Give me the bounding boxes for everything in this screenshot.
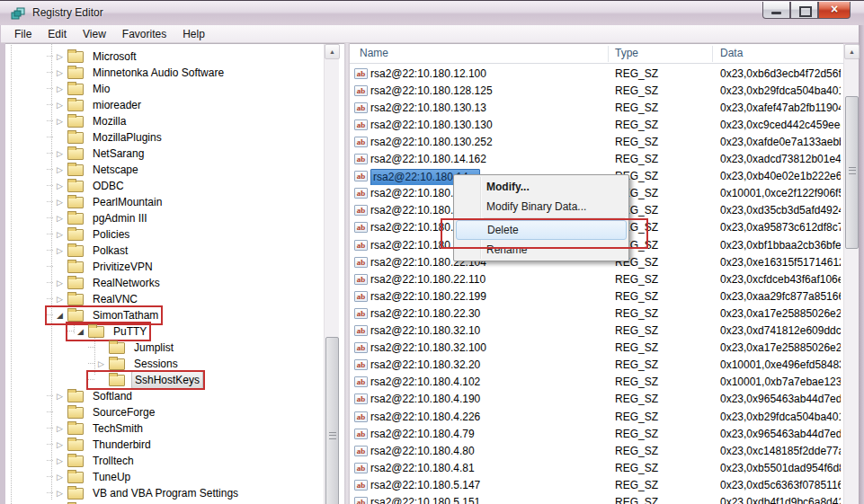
string-value-icon: ab [354,85,368,96]
menubar-item-file[interactable]: File [8,26,38,42]
tree-item-vb-and-vba-program-settings[interactable]: ▷VB and VBA Program Settings [47,482,241,499]
tree-item-netscape[interactable]: ▷Netscape [47,159,141,175]
registry-value-row-rsa2-22-10-180-4-226-20[interactable]: abrsa2@22:10.180.4.226REG_SZ0x23,0xb29fd… [350,409,843,426]
string-value-icon: ab [354,257,368,268]
value-name: rsa2@22:10.180.5.151 [370,494,480,504]
folder-icon [67,278,84,289]
value-name: rsa2@22:10.180.22.30 [370,305,480,323]
column-separator[interactable] [712,46,713,62]
value-name: rsa2@22:10.180.16 [370,202,466,219]
value-data: 0x23,0xa17e25885026e23c [720,305,841,323]
column-separator[interactable] [608,46,609,62]
folder-icon [67,310,84,322]
registry-value-row-rsa2-22-10-180-4-190-19[interactable]: abrsa2@22:10.180.4.190REG_SZ0x23,0x96546… [350,391,843,408]
collapse-toggle-icon[interactable]: ◢ [54,307,66,323]
tree-scrollbar[interactable]: ▲ [324,44,339,504]
value-type: REG_SZ [615,374,658,391]
value-data: 0x23,0x965463ab44d7edb [720,426,841,443]
tree-item-privitizevpn[interactable]: PrivitizeVPN [47,256,156,272]
window-right-frame [859,25,864,504]
tree-item-mioreader[interactable]: ▷mioreader [47,94,144,111]
tree-item-trolltech[interactable]: ▷Trolltech [47,450,137,466]
tree-item-mio[interactable]: ▷Mio [47,78,112,94]
registry-value-row-rsa2-22-10-180-4-81-23[interactable]: abrsa2@22:10.180.4.81REG_SZ0x23,0xb5501d… [350,460,843,477]
tree-item-tuneup[interactable]: ▷TuneUp [47,466,133,482]
minimize-button[interactable] [762,2,790,19]
tree-item-polkast[interactable]: ▷Polkast [47,240,130,256]
tree-item-microsoft[interactable]: ▷Microsoft [47,46,139,62]
registry-value-row-rsa2-22-10-180-32-10-15[interactable]: abrsa2@22:10.180.32.10REG_SZ0x23,0xd7418… [350,323,843,340]
context-menu-item-modify-binary-data[interactable]: Modify Binary Data... [456,197,627,217]
window-title: Registry Editor [32,1,103,25]
close-button[interactable]: × [818,2,851,19]
tree-item-minnetonka-audio-software[interactable]: ▷Minnetonka Audio Software [47,62,227,78]
maximize-button[interactable] [790,2,818,19]
folder-icon [67,67,84,79]
menubar-item-favorites[interactable]: Favorites [116,26,173,42]
collapse-toggle-icon[interactable]: ◢ [75,323,86,340]
tree-item-realvnc[interactable]: ▷RealVNC [47,288,140,305]
tree-item-netsarang[interactable]: ▷NetSarang [47,143,147,159]
registry-value-row-rsa2-22-10-180-22-30-14[interactable]: abrsa2@22:10.180.22.30REG_SZ0x23,0xa17e2… [350,305,843,323]
scroll-up-icon[interactable]: ▲ [325,44,340,59]
tree-item-policies[interactable]: ▷Policies [47,224,132,240]
tree-item-mozillaplugins[interactable]: MozillaPlugins [47,127,165,143]
registry-value-row-rsa2-22-10-180-32-20-17[interactable]: abrsa2@22:10.180.32.20REG_SZ0x10001,0xe4… [350,357,843,374]
registry-value-row-rsa2-22-10-180-4-80-22[interactable]: abrsa2@22:10.180.4.80REG_SZ0x23,0xc14818… [350,443,843,460]
registry-value-row-rsa2-22-10-180-5-151-25[interactable]: abrsa2@22:10.180.5.151REG_SZ0x23,0xdb4f1… [350,494,843,504]
value-type: REG_SZ [615,357,658,374]
value-data: 0x23,0xbf1bbaa2cb36bfe4 [720,237,841,254]
registry-value-row-rsa2-22-10-180-22-199-13[interactable]: abrsa2@22:10.180.22.199REG_SZ0x23,0xaa29… [350,288,843,305]
registry-value-row-rsa2-22-10-180-130-13-2[interactable]: abrsa2@22:10.180.130.13REG_SZ0x23,0xafef… [350,100,843,117]
string-value-icon: ab [354,497,368,504]
column-header-data[interactable]: Data [720,47,743,59]
registry-value-row-rsa2-22-10-180-14-162-5[interactable]: abrsa2@22:10.180.14.162REG_SZ0x23,0xadcd… [350,151,843,168]
string-value-icon: ab [354,240,368,251]
tree-item-odbc[interactable]: ▷ODBC [47,175,127,191]
annotation-box-delete [441,218,648,249]
registry-value-row-rsa2-22-10-180-5-147-24[interactable]: abrsa2@22:10.180.5.147REG_SZ0x23,0xd5c63… [350,477,843,494]
registry-value-row-rsa2-22-10-180-32-100-16[interactable]: abrsa2@22:10.180.32.100REG_SZ0x23,0xa17e… [350,340,843,357]
tree-item-realnetworks[interactable]: ▷RealNetworks [47,272,163,288]
column-header-type[interactable]: Type [615,47,638,59]
tree-item-winrar[interactable]: ▷WinRAR [47,499,137,504]
tree-item-simontatham[interactable]: ◢SimonTatham [47,305,161,321]
registry-value-row-rsa2-22-10-180-130-130-3[interactable]: abrsa2@22:10.180.130.130REG_SZ0x23,0xc9c… [350,117,843,134]
tree-item-pgadmin-iii[interactable]: ▷pgAdmin III [47,208,150,224]
value-type: REG_SZ [615,340,658,357]
context-menu-item-modify[interactable]: Modify... [456,177,627,197]
string-value-icon: ab [354,308,368,319]
list-scrollbar[interactable]: ▲ [843,44,859,504]
title-bar[interactable]: Registry Editor × [0,0,864,25]
registry-value-row-rsa2-22-10-180-4-102-18[interactable]: abrsa2@22:10.180.4.102REG_SZ0x10001,0xb7… [350,374,843,391]
tree-item-label: WinRAR [90,500,137,504]
tree-item-sshhostkeys[interactable]: SshHostKeys [88,369,203,385]
list-scrollbar-thumb[interactable] [845,96,859,249]
string-value-icon: ab [354,222,368,233]
registry-value-row-rsa2-22-10-180-12-100-0[interactable]: abrsa2@22:10.180.12.100REG_SZ0x23,0xb6d3… [350,66,843,83]
tree-item-thunderbird[interactable]: ▷Thunderbird [47,434,154,450]
string-value-icon: ab [354,342,368,353]
tree-item-softland[interactable]: ▷Softland [47,385,135,402]
registry-value-row-rsa2-22-10-180-22-110-12[interactable]: abrsa2@22:10.180.22.110REG_SZ0x23,0xcfdc… [350,271,843,288]
tree-item-putty[interactable]: ◢PuTTY [67,321,149,337]
registry-value-row-rsa2-22-10-180-128-125-1[interactable]: abrsa2@22:10.180.128.125REG_SZ0x23,0xb29… [350,83,843,100]
tree-item-jumplist[interactable]: Jumplist [88,337,176,353]
tree-item-pearlmountain[interactable]: ▷PearlMountain [47,191,165,208]
value-type: REG_SZ [615,66,658,83]
column-header-name[interactable]: Name [360,47,388,59]
registry-value-row-rsa2-22-10-180-130-252-4[interactable]: abrsa2@22:10.180.130.252REG_SZ0x23,0xafd… [350,134,843,151]
menubar-item-edit[interactable]: Edit [41,26,73,42]
value-data: 0x23,0xd741812e609ddc8f [720,323,841,340]
tree-item-sessions[interactable]: ▷Sessions [88,353,181,369]
tree-scrollbar-thumb[interactable] [325,337,339,504]
menubar-item-help[interactable]: Help [176,26,211,42]
value-type: REG_SZ [615,117,658,134]
menubar-item-view[interactable]: View [76,26,112,42]
tree-item-sourceforge[interactable]: SourceForge [47,402,157,418]
registry-value-row-rsa2-22-10-180-4-79-21[interactable]: abrsa2@22:10.180.4.79REG_SZ0x23,0x965463… [350,426,843,443]
tree-item-mozilla[interactable]: ▷Mozilla [47,111,129,127]
tree-item-techsmith[interactable]: ▷TechSmith [47,418,146,434]
scroll-up-icon[interactable]: ▲ [844,44,860,59]
value-name: rsa2@22:10.180.4.80 [370,443,475,460]
